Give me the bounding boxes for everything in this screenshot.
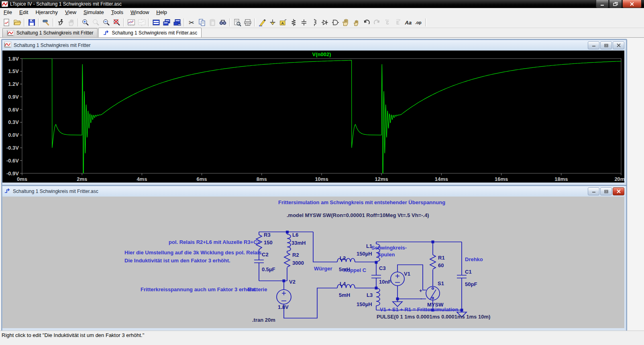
sch-minimize-button[interactable] — [588, 187, 599, 195]
schematic-text-label: L3 — [367, 292, 373, 298]
new-schematic-icon[interactable] — [2, 18, 12, 27]
place-diode-icon[interactable] — [320, 18, 330, 27]
x-tick-label: 4ms — [137, 176, 147, 182]
cascade-windows-icon[interactable] — [161, 18, 172, 27]
print-preview-icon[interactable] — [232, 18, 243, 27]
waveform-tab-icon — [7, 30, 14, 36]
zoom-in-icon[interactable] — [80, 18, 91, 27]
print-icon[interactable] — [243, 18, 253, 27]
menu-tools[interactable]: Tools — [108, 8, 127, 17]
place-resistor-icon[interactable] — [288, 18, 299, 27]
y-tick-label: 1.5V — [8, 68, 19, 74]
zoom-full-extents-icon[interactable] — [112, 18, 122, 27]
schematic-window-icon — [4, 188, 10, 195]
autorange-icon[interactable] — [126, 18, 137, 27]
wave-close-button[interactable] — [613, 41, 624, 49]
wave-minimize-button[interactable] — [588, 41, 599, 49]
menu-window[interactable]: Window — [127, 8, 153, 17]
menu-file[interactable]: File — [0, 8, 16, 17]
undo-icon[interactable] — [361, 18, 372, 27]
toolbar-separator — [148, 18, 150, 26]
schematic-canvas[interactable]: Frittersimulation am Schwingkreis mit en… — [2, 197, 624, 328]
tile-vertical-icon[interactable] — [172, 18, 182, 27]
schematic-text-label: R2 — [292, 252, 299, 258]
schematic-tab-icon — [103, 30, 109, 36]
schematic-text-label: C3 — [379, 265, 386, 271]
schematic-text-label: L1 — [366, 243, 372, 249]
schematic-text-label: 5mH — [339, 292, 350, 298]
x-tick-label: 10ms — [315, 176, 328, 182]
move-icon[interactable] — [340, 18, 351, 27]
save-icon[interactable] — [26, 18, 37, 27]
titlebar: LTspice IV - Schaltung 1 Schwingkreis mi… — [0, 0, 644, 8]
status-text: Right click to edit "Die Induktivität is… — [2, 332, 144, 338]
tile-horizontal-icon[interactable] — [151, 18, 161, 27]
menu-simulate[interactable]: Simulate — [80, 8, 108, 17]
halt-icon — [66, 18, 76, 27]
place-label-icon[interactable]: A — [278, 18, 288, 27]
menu-view[interactable]: View — [61, 8, 80, 17]
zoom-out-icon[interactable] — [101, 18, 112, 27]
schematic-text-label: 150µH — [357, 251, 372, 257]
control-panel-icon[interactable] — [41, 18, 51, 27]
waveform-window: Schaltung 1 Schwingkreis mit Fritter 1.8… — [2, 39, 627, 186]
window-title: LTspice IV - Schaltung 1 Schwingkreis mi… — [10, 1, 122, 7]
mdi-area: Schaltung 1 Schwingkreis mit Fritter 1.8… — [0, 38, 644, 331]
tab-1[interactable]: Schaltung 1 Schwingkreis mit Fritter — [2, 28, 98, 37]
sch-restore-button[interactable] — [600, 187, 612, 195]
schematic-text-label: 1.8V — [278, 304, 289, 310]
restore-button[interactable] — [609, 0, 622, 8]
toolbar-separator — [229, 18, 231, 26]
copy-icon[interactable] — [197, 18, 207, 27]
y-tick-label: -0.3V — [6, 145, 19, 151]
schematic-text-label: R3 — [264, 232, 271, 238]
schematic-text-label: L6 — [292, 232, 298, 238]
run-icon[interactable] — [55, 18, 66, 27]
close-button[interactable] — [622, 0, 642, 8]
schematic-text-comment: Würger — [314, 266, 332, 272]
place-component-icon[interactable] — [330, 18, 340, 27]
schematic-text-directive: .tran 20m — [252, 317, 275, 323]
waveform-window-titlebar: Schaltung 1 Schwingkreis mit Fritter — [2, 40, 626, 51]
draw-wire-icon[interactable] — [257, 18, 267, 27]
schematic-text-comment: Spulen — [377, 252, 395, 258]
toolbar-separator — [123, 18, 125, 26]
menu-edit[interactable]: Edit — [16, 8, 32, 17]
place-capacitor-icon[interactable] — [299, 18, 309, 27]
tab-label: Schaltung 1 Schwingkreis mit Fritter — [16, 30, 93, 36]
schematic-window-titlebar: Schaltung 1 Schwingkreis mit Fritter.asc — [2, 186, 626, 197]
schematic-text-label: C2 — [262, 252, 269, 258]
cut-icon[interactable]: ✂ — [186, 18, 197, 27]
schematic-text-comment: pol. Relais R2+L6 mit Aluzelle R3+C2 — [169, 239, 260, 245]
place-inductor-icon[interactable] — [309, 18, 320, 27]
schematic-text-label: - — [420, 296, 422, 302]
svg-text:Aa: Aa — [405, 20, 412, 26]
svg-text:E: E — [396, 20, 399, 25]
schematic-text-label: 150µH — [357, 301, 372, 307]
tab-2[interactable]: Schaltung 1 Schwingkreis mit Fritter.asc — [98, 28, 202, 37]
plot-canvas[interactable]: 1.8V1.5V1.2V0.9V0.6V0.3V0.0V-0.3V-0.6V-0… — [2, 51, 624, 183]
y-tick-label: 0.6V — [8, 107, 19, 113]
menu-help[interactable]: Help — [153, 8, 171, 17]
find-icon[interactable] — [218, 18, 228, 27]
minimize-button[interactable] — [596, 0, 609, 8]
wave-restore-button[interactable] — [600, 41, 612, 49]
toolbar-separator — [53, 18, 54, 26]
menu-hierarchy[interactable]: Hierarchy — [32, 8, 61, 17]
place-ground-icon[interactable] — [267, 18, 278, 27]
schematic-text-label: 60 — [438, 262, 444, 268]
place-text-icon[interactable]: Aa — [403, 18, 414, 27]
sch-close-button[interactable] — [613, 187, 624, 195]
schematic-text-label: V1 — [404, 271, 410, 277]
spice-directive-icon[interactable]: .op — [414, 18, 424, 27]
schematic-text-comment: Schwingkreis- — [371, 245, 407, 251]
x-tick-label: 8ms — [257, 176, 267, 182]
resistor-R2 — [284, 253, 290, 267]
toolbar-separator — [38, 18, 40, 26]
x-tick-label: 20ms — [614, 176, 624, 182]
svg-text:A: A — [281, 21, 284, 25]
open-icon[interactable] — [12, 18, 22, 27]
drag-icon[interactable] — [351, 18, 361, 27]
schematic-text-comment: Frittersimulation am Schwingkreis mit en… — [278, 199, 445, 205]
app-logo-icon — [2, 1, 8, 7]
